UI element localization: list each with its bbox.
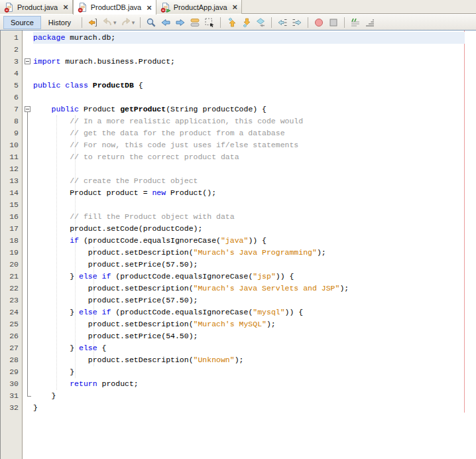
code-line-8[interactable]: // In a more realistic application, this…: [33, 115, 476, 127]
line-number-25[interactable]: 25: [1, 318, 22, 330]
shift-right-icon[interactable]: [290, 16, 304, 29]
code-line-7[interactable]: public Product getProduct(String product…: [33, 103, 476, 115]
fold-collapse-box-line-7[interactable]: [25, 106, 30, 112]
line-number-29[interactable]: 29: [1, 366, 22, 378]
code-line-26[interactable]: product.setPrice(54.50);: [33, 330, 476, 342]
forward-icon[interactable]: ▾: [119, 16, 137, 29]
code-line-27[interactable]: } else {: [33, 342, 476, 354]
code-area[interactable]: package murach.db;import murach.business…: [33, 32, 476, 414]
line-number-10[interactable]: 10: [1, 139, 22, 151]
toggle-highlight-icon[interactable]: [188, 16, 202, 29]
code-line-4[interactable]: [33, 68, 476, 80]
code-line-1[interactable]: package murach.db;: [33, 32, 465, 44]
code-line-21[interactable]: } else if (productCode.equalsIgnoreCase(…: [33, 271, 476, 283]
code-line-30[interactable]: return product;: [33, 378, 476, 390]
line-number-12[interactable]: 12: [1, 163, 22, 175]
line-number-15[interactable]: 15: [1, 199, 22, 211]
code-line-28[interactable]: product.setDescription("Unknown");: [33, 354, 476, 366]
code-line-16[interactable]: // fill the Product object with data: [33, 211, 476, 223]
last-edit-location-icon[interactable]: [86, 16, 100, 29]
line-number-32[interactable]: 32: [1, 402, 22, 414]
code-line-10[interactable]: // For now, this code just uses if/else …: [33, 139, 476, 151]
find-next-icon[interactable]: [173, 16, 188, 29]
code-line-15[interactable]: [33, 199, 476, 211]
line-number-24[interactable]: 24: [1, 306, 22, 318]
code-line-12[interactable]: [33, 163, 476, 175]
line-number-27[interactable]: 27: [1, 342, 22, 354]
code-fold-column: [23, 31, 33, 459]
stop-macro-icon[interactable]: [326, 16, 341, 29]
code-line-6[interactable]: [33, 92, 476, 103]
line-number-31[interactable]: 31: [1, 390, 22, 402]
dropdown-arrow-icon[interactable]: ▾: [113, 19, 117, 26]
code-line-29[interactable]: }: [33, 366, 476, 378]
line-number-22[interactable]: 22: [1, 283, 22, 295]
line-number-5[interactable]: 5: [1, 80, 22, 92]
code-line-19[interactable]: product.setDescription("Murach's Java Pr…: [33, 247, 476, 259]
fold-collapse-box-line-3[interactable]: [25, 58, 30, 64]
tab-product-java[interactable]: Product.java×: [0, 0, 73, 14]
code-line-23[interactable]: product.setPrice(57.50);: [33, 295, 476, 306]
line-number-21[interactable]: 21: [1, 271, 22, 283]
code-line-25[interactable]: product.setDescription("Murach's MySQL")…: [33, 318, 476, 330]
previous-bookmark-icon[interactable]: [224, 16, 239, 29]
uncomment-icon[interactable]: [363, 16, 377, 29]
code-line-13[interactable]: // create the Product object: [33, 175, 476, 187]
line-number-gutter[interactable]: 1234567891011121314151617181920212223242…: [0, 31, 23, 459]
code-line-11[interactable]: // to return the correct product data: [33, 151, 476, 163]
tab-close-icon[interactable]: ×: [233, 3, 238, 11]
code-token: product.setPrice(57.50);: [33, 296, 198, 304]
find-icon[interactable]: [144, 16, 158, 29]
next-bookmark-icon[interactable]: [239, 16, 253, 29]
line-number-11[interactable]: 11: [1, 151, 22, 163]
code-token: import: [33, 57, 60, 66]
line-number-18[interactable]: 18: [1, 235, 22, 247]
code-line-31[interactable]: }: [33, 390, 476, 402]
line-number-2[interactable]: 2: [1, 44, 22, 56]
code-line-5[interactable]: public class ProductDB {: [33, 80, 476, 92]
line-number-8[interactable]: 8: [1, 115, 22, 127]
line-number-13[interactable]: 13: [1, 175, 22, 187]
find-previous-icon[interactable]: [158, 16, 173, 29]
shift-left-icon[interactable]: [275, 16, 290, 29]
code-line-22[interactable]: product.setDescription("Murach's Java Se…: [33, 283, 476, 295]
line-number-1[interactable]: 1: [1, 32, 22, 44]
rectangular-selection-icon[interactable]: [202, 16, 217, 29]
record-macro-icon[interactable]: [312, 16, 326, 29]
history-view-button[interactable]: History: [41, 16, 78, 29]
tab-close-icon[interactable]: ×: [63, 3, 68, 11]
code-line-17[interactable]: product.setCode(productCode);: [33, 223, 476, 235]
code-line-24[interactable]: } else if (productCode.equalsIgnoreCase(…: [33, 306, 476, 318]
comment-icon[interactable]: [348, 16, 363, 29]
line-number-14[interactable]: 14: [1, 187, 22, 199]
line-number-17[interactable]: 17: [1, 223, 22, 235]
code-token: package: [33, 33, 65, 42]
back-icon[interactable]: ▾: [100, 16, 119, 29]
toggle-bookmark-icon[interactable]: [253, 16, 268, 29]
source-editor[interactable]: 1234567891011121314151617181920212223242…: [0, 31, 476, 459]
tab-productapp-java[interactable]: ProductApp.java×: [156, 0, 242, 14]
code-line-9[interactable]: // get the data for the product from a d…: [33, 127, 476, 139]
code-line-18[interactable]: if (productCode.equalsIgnoreCase("java")…: [33, 235, 476, 247]
line-number-28[interactable]: 28: [1, 354, 22, 366]
code-line-3[interactable]: import murach.business.Product;: [33, 56, 476, 68]
code-line-14[interactable]: Product product = new Product();: [33, 187, 476, 199]
line-number-23[interactable]: 23: [1, 295, 22, 306]
tab-close-icon[interactable]: ×: [147, 3, 152, 12]
line-number-16[interactable]: 16: [1, 211, 22, 223]
code-line-32[interactable]: }: [33, 402, 476, 414]
line-number-26[interactable]: 26: [1, 330, 22, 342]
line-number-3[interactable]: 3: [1, 56, 22, 68]
dropdown-arrow-icon[interactable]: ▾: [132, 19, 135, 26]
line-number-20[interactable]: 20: [1, 259, 22, 271]
line-number-4[interactable]: 4: [1, 68, 22, 80]
tab-productdb-java[interactable]: ProductDB.java×: [73, 0, 156, 15]
line-number-30[interactable]: 30: [1, 378, 22, 390]
line-number-6[interactable]: 6: [1, 92, 22, 103]
line-number-7[interactable]: 7: [1, 103, 22, 115]
code-line-2[interactable]: [33, 44, 476, 56]
line-number-19[interactable]: 19: [1, 247, 22, 259]
code-line-20[interactable]: product.setPrice(57.50);: [33, 259, 476, 271]
source-view-button[interactable]: Source: [3, 16, 41, 29]
line-number-9[interactable]: 9: [1, 127, 22, 139]
